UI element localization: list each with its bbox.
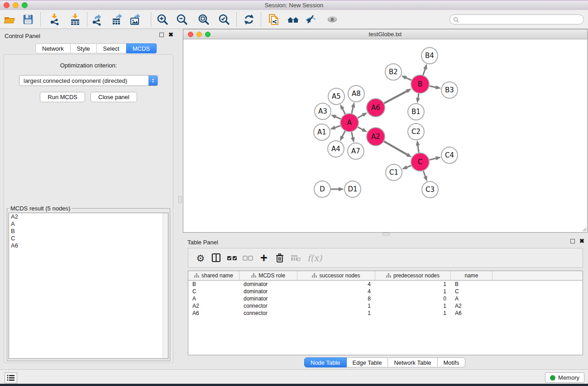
table-cell[interactable]: C <box>451 288 492 295</box>
table-cell[interactable]: A <box>188 295 239 302</box>
hide-panel-button[interactable] <box>304 13 317 26</box>
result-item[interactable]: A6 <box>9 242 168 249</box>
network-minimize-button[interactable] <box>196 32 202 37</box>
memory-button[interactable]: Memory <box>545 372 584 383</box>
table-cell[interactable]: connector <box>239 310 297 316</box>
table-cell[interactable]: 1 <box>297 303 375 309</box>
edge-A6-B[interactable] <box>384 91 407 103</box>
table-row[interactable]: Cdominator41C <box>188 288 583 295</box>
table-cell[interactable]: 8 <box>297 295 375 302</box>
import-network-button[interactable] <box>48 13 61 26</box>
delete-column-button[interactable] <box>274 252 286 264</box>
edge-B-B4[interactable] <box>423 68 425 75</box>
minimize-window-button[interactable] <box>13 2 19 8</box>
zoom-fit-button[interactable] <box>197 13 210 26</box>
tab-select[interactable]: Select <box>97 43 126 53</box>
table-cell[interactable]: A2 <box>451 303 492 309</box>
edge-A-A8[interactable] <box>352 107 353 113</box>
edge-B-B1[interactable] <box>418 94 419 99</box>
table-settings-button[interactable]: ⚙ <box>195 252 206 264</box>
deselect-all-columns-button[interactable] <box>242 252 254 264</box>
table-cell[interactable]: B <box>451 281 492 287</box>
table-cell[interactable]: 1 <box>375 281 451 287</box>
table-cell[interactable]: 1 <box>297 310 375 316</box>
result-item[interactable]: A <box>9 220 168 228</box>
table-cell[interactable]: 0 <box>375 295 451 302</box>
column-header-name[interactable]: name <box>451 271 492 280</box>
network-graph[interactable]: AA1A2A3A4A5A6A7A8BB1B2B3B4CC1C2C3C4DD1 <box>183 39 587 232</box>
table-row[interactable]: Adominator80A <box>188 295 583 302</box>
refresh-view-button[interactable] <box>243 13 255 26</box>
edge-A-A1[interactable] <box>335 126 340 128</box>
edge-C-C2[interactable] <box>418 145 419 152</box>
table-cell[interactable]: A6 <box>451 310 492 316</box>
table-cell[interactable]: A6 <box>188 310 239 316</box>
table-row[interactable]: Bdominator41B <box>188 281 583 288</box>
edge-B-B2[interactable] <box>406 77 411 80</box>
search-input[interactable] <box>459 15 583 24</box>
first-neighbors-button[interactable] <box>287 13 300 26</box>
tab-network-table[interactable]: Network Table <box>388 357 437 367</box>
add-column-button[interactable]: + <box>258 252 270 264</box>
column-header-predecessor-nodes[interactable]: predecessor nodes <box>375 271 451 280</box>
task-history-button[interactable] <box>5 372 17 383</box>
edge-C-C4[interactable] <box>429 158 436 160</box>
close-panel-button[interactable]: Close panel <box>91 92 137 102</box>
result-item[interactable]: C <box>9 235 168 242</box>
export-table-button[interactable] <box>111 13 124 26</box>
tab-network[interactable]: Network <box>35 43 71 53</box>
optimization-criterion-select[interactable]: largest connected component (directed) ▲… <box>19 75 158 86</box>
edge-C-C1[interactable] <box>406 166 411 167</box>
edge-A-A4[interactable] <box>342 131 345 137</box>
close-table-panel-icon[interactable]: ✖ <box>579 239 584 243</box>
zoom-in-button[interactable] <box>156 13 169 26</box>
export-image-button[interactable] <box>129 13 142 26</box>
table-cell[interactable]: 4 <box>297 281 375 287</box>
column-header-successor-nodes[interactable]: successor nodes <box>297 271 375 280</box>
column-header-shared-name[interactable]: shared name <box>188 271 239 280</box>
clone-network-button[interactable] <box>268 13 280 26</box>
result-scrollbar[interactable] <box>163 213 168 358</box>
float-table-panel-icon[interactable] <box>570 239 575 243</box>
open-session-button[interactable] <box>3 13 16 26</box>
mcds-result-list[interactable]: A2ABCA6 <box>9 213 168 359</box>
column-visibility-button[interactable] <box>210 252 222 264</box>
network-close-button[interactable] <box>188 32 193 37</box>
table-cell[interactable]: connector <box>239 303 297 309</box>
zoom-selected-button[interactable] <box>218 13 230 26</box>
table-cell[interactable]: 1 <box>375 288 451 295</box>
tab-motifs[interactable]: Motifs <box>438 357 466 367</box>
table-cell[interactable]: dominator <box>239 295 297 302</box>
edge-A-A7[interactable] <box>352 132 353 138</box>
table-cell[interactable]: dominator <box>239 288 297 295</box>
edge-A-A6[interactable] <box>358 115 363 118</box>
export-network-button[interactable] <box>91 13 103 26</box>
network-canvas[interactable]: AA1A2A3A4A5A6A7A8BB1B2B3B4CC1C2C3C4DD1 <box>183 39 587 232</box>
table-cell[interactable]: 4 <box>297 288 375 295</box>
table-row[interactable]: A2connector11A2 <box>188 302 583 310</box>
close-window-button[interactable] <box>4 2 10 8</box>
maximize-window-button[interactable] <box>22 2 28 8</box>
tab-node-table[interactable]: Node Table <box>304 357 347 367</box>
table-cell[interactable]: C <box>188 288 239 295</box>
result-item[interactable]: A2 <box>9 213 168 220</box>
table-row[interactable]: A6connector11A6 <box>188 310 583 317</box>
edge-C-C3[interactable] <box>423 171 425 177</box>
import-table-button[interactable] <box>69 13 81 26</box>
table-cell[interactable]: 1 <box>375 303 451 309</box>
table-cell[interactable]: A2 <box>188 303 239 309</box>
edge-B-B3[interactable] <box>430 86 436 87</box>
edge-A-A5[interactable] <box>342 109 345 114</box>
resize-grip-icon[interactable] <box>581 226 587 232</box>
table-cell[interactable]: A <box>451 295 492 302</box>
save-session-button[interactable] <box>22 13 34 26</box>
result-item[interactable]: B <box>9 228 168 235</box>
table-cell[interactable]: 1 <box>375 310 451 316</box>
tab-style[interactable]: Style <box>71 43 97 53</box>
column-header-mcds-role[interactable]: MCDS role <box>239 271 297 280</box>
tab-mcds[interactable]: MCDS <box>126 43 157 53</box>
tab-edge-table[interactable]: Edge Table <box>347 357 388 367</box>
edge-A-A2[interactable] <box>358 127 363 130</box>
edge-A-A3[interactable] <box>335 117 341 119</box>
node-table[interactable]: shared nameMCDS rolesuccessor nodesprede… <box>188 271 583 355</box>
